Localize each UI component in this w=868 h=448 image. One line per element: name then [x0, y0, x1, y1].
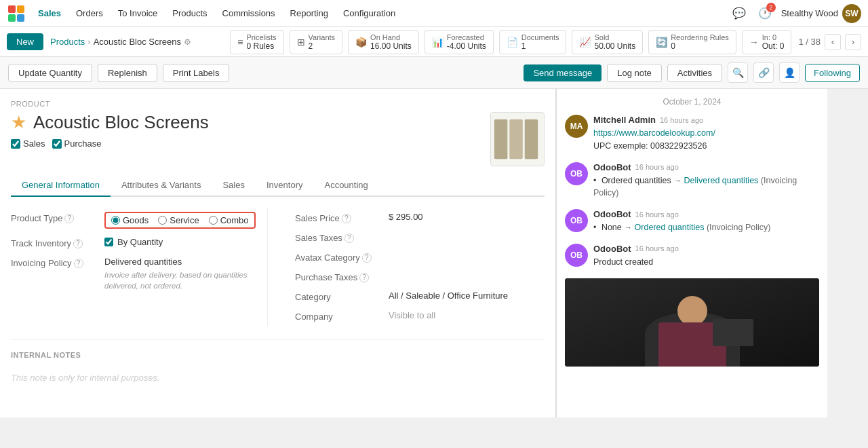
activity-icon-btn[interactable]: 🕐 2 [755, 4, 774, 23]
internal-notes-title: INTERNAL NOTES [11, 351, 545, 359]
new-button[interactable]: New [7, 33, 43, 50]
type-goods-radio[interactable] [111, 216, 120, 225]
user-avatar: SW [842, 4, 861, 23]
sales-tag-checkbox[interactable]: Sales [11, 138, 45, 149]
next-page-button[interactable]: › [845, 34, 861, 50]
stat-sold[interactable]: 📈 Sold 50.00 Units [572, 30, 643, 54]
nav-configuration[interactable]: Configuration [336, 4, 402, 22]
sales-taxes-label: Sales Taxes ? [295, 231, 383, 243]
tab-inventory[interactable]: Inventory [256, 174, 313, 197]
stat-on-hand[interactable]: 📦 On Hand 16.00 Units [348, 30, 419, 54]
sales-checkbox-input[interactable] [11, 139, 20, 149]
chatter-body-3: OdooBot 16 hours ago • None → Ordered qu… [593, 209, 819, 234]
category-field: Category All / Saleable / Office Furnitu… [295, 286, 545, 306]
following-button[interactable]: Following [805, 64, 860, 82]
type-goods-option[interactable]: Goods [111, 215, 149, 225]
app-logo[interactable] [7, 4, 26, 23]
product-tags: Sales Purchase [11, 138, 479, 149]
stat-documents[interactable]: 📄 Documents 1 [499, 30, 567, 54]
replenish-button[interactable]: Replenish [98, 64, 157, 82]
update-quantity-button[interactable]: Update Quantity [8, 64, 92, 82]
sales-price-field: Sales Price ? $ 295.00 [295, 208, 545, 227]
svg-rect-4 [494, 119, 508, 160]
category-value[interactable]: All / Saleable / Office Furniture [389, 291, 545, 301]
favorite-star-icon[interactable]: ★ [11, 112, 26, 133]
link-icon-button[interactable]: 🔗 [753, 62, 774, 83]
product-tabs: General Information Attributes & Variant… [11, 174, 545, 197]
sold-icon: 📈 [579, 37, 591, 48]
sales-price-help[interactable]: ? [342, 214, 351, 223]
sales-price-value[interactable]: $ 295.00 [389, 212, 545, 222]
prev-page-button[interactable]: ‹ [825, 34, 841, 50]
chatter-message-1: MA Mitchell Admin 16 hours ago https://w… [565, 115, 819, 153]
product-type-help[interactable]: ? [64, 214, 74, 223]
chat-icon-btn[interactable]: 💬 [730, 4, 749, 23]
type-service-radio[interactable] [158, 216, 167, 225]
sales-taxes-field: Sales Taxes ? [295, 227, 545, 247]
search-chatter-button[interactable]: 🔍 [728, 62, 748, 83]
nav-products[interactable]: Products [165, 4, 214, 22]
tab-accounting[interactable]: Accounting [313, 174, 378, 197]
barcode-link[interactable]: https://www.barcodelookup.com/ [593, 128, 715, 138]
track-inventory-checkbox-label[interactable]: By Quantity [104, 237, 260, 247]
purchase-tag-label: Purchase [64, 138, 102, 149]
type-service-label: Service [170, 215, 199, 225]
company-value[interactable]: Visible to all [389, 310, 545, 320]
avatax-category-label: Avatax Category ? [295, 251, 383, 263]
nav-commissions[interactable]: Commissions [216, 4, 282, 22]
type-goods-label: Goods [123, 215, 149, 225]
invoicing-policy-help[interactable]: ? [74, 259, 83, 268]
invoicing-policy-text: Delivered quantities [104, 257, 260, 267]
track-inventory-field: Track Inventory ? By Quantity [11, 233, 260, 253]
sales-taxes-help[interactable]: ? [344, 234, 354, 243]
arrow-3: → [624, 223, 634, 232]
product-section-label: Product [11, 100, 545, 108]
product-name[interactable]: Acoustic Bloc Screens [33, 112, 209, 133]
company-field: Company Visible to all [295, 306, 545, 326]
breadcrumb-bar: New Products › Acoustic Bloc Screens ⚙ ≡… [0, 27, 868, 57]
tab-attributes-variants[interactable]: Attributes & Variants [111, 174, 212, 197]
stat-in-out[interactable]: → In: 0 Out: 0 [742, 30, 792, 54]
type-combo-option[interactable]: Combo [209, 215, 249, 225]
followers-icon-button[interactable]: 👤 [779, 62, 800, 83]
nav-orders[interactable]: Orders [69, 4, 110, 22]
chatter-message-2: OB OdooBot 16 hours ago • Ordered quanti… [565, 162, 819, 200]
avatax-help[interactable]: ? [362, 253, 372, 263]
settings-icon[interactable]: ⚙ [184, 37, 191, 47]
internal-notes-placeholder[interactable]: This note is only for internal purposes. [11, 366, 545, 390]
stat-pricelists[interactable]: ≡ Pricelists 0 Rules [230, 30, 283, 54]
stat-forecasted[interactable]: 📊 Forecasted -4.00 Units [425, 30, 494, 54]
purchase-checkbox-input[interactable] [52, 139, 62, 149]
chatter-author-3: OdooBot [593, 209, 631, 219]
log-note-button[interactable]: Log note [607, 64, 662, 82]
change-from-2: Ordered quantities [601, 176, 671, 185]
track-inventory-label: Track Inventory ? [11, 237, 99, 248]
purchase-taxes-field: Purchase Taxes ? [295, 267, 545, 286]
purchase-tag-checkbox[interactable]: Purchase [52, 138, 102, 149]
activity-badge: 2 [766, 3, 776, 12]
send-message-button[interactable]: Send message [524, 64, 601, 81]
product-image[interactable] [490, 112, 545, 166]
nav-sales[interactable]: Sales [31, 4, 68, 22]
purchase-taxes-help[interactable]: ? [359, 273, 369, 282]
tab-sales[interactable]: Sales [212, 174, 256, 197]
track-inventory-help[interactable]: ? [73, 239, 83, 248]
type-combo-radio[interactable] [209, 216, 218, 225]
track-inventory-checkbox[interactable] [104, 238, 113, 246]
chatter-body-2: OdooBot 16 hours ago • Ordered quantitie… [593, 162, 819, 200]
user-menu[interactable]: Stealthy Wood SW [781, 4, 861, 23]
tab-general-information[interactable]: General Information [11, 174, 111, 197]
activities-button[interactable]: Activities [667, 64, 722, 82]
nav-menu: Sales Orders To Invoice Products Commiss… [31, 4, 730, 22]
type-service-option[interactable]: Service [158, 215, 199, 225]
video-thumbnail[interactable] [565, 278, 819, 367]
print-labels-button[interactable]: Print Labels [163, 64, 230, 82]
stat-variants[interactable]: ⊞ Variants 2 [290, 30, 343, 54]
nav-reporting[interactable]: Reporting [283, 4, 335, 22]
toolbar-stats: ≡ Pricelists 0 Rules ⊞ Variants 2 📦 On H… [230, 30, 791, 54]
category-label: Category [295, 291, 383, 302]
nav-to-invoice[interactable]: To Invoice [111, 4, 165, 22]
stat-reordering[interactable]: 🔄 Reordering Rules 0 [648, 30, 736, 54]
chatter-avatar-4: OB [565, 244, 588, 267]
breadcrumb-parent[interactable]: Products [50, 37, 85, 47]
